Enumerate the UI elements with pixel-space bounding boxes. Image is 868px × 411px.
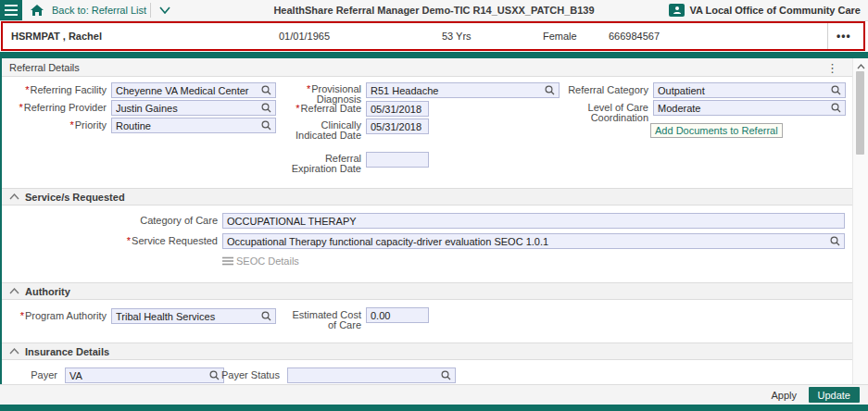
category-of-care-label: Category of Care: [120, 216, 218, 226]
app-window: Back to: Referral List HealthShare Refer…: [0, 0, 868, 411]
service-requested-label: *Service Requested: [111, 236, 218, 246]
patient-banner-divider: [827, 23, 828, 49]
estimated-cost-label: Estimated Cost of Care: [283, 310, 361, 330]
patient-dob: 01/01/1965: [279, 23, 330, 49]
patient-id: 666984567: [609, 23, 660, 49]
collapse-chevron-icon[interactable]: [9, 193, 19, 200]
search-icon[interactable]: [831, 85, 841, 95]
search-icon[interactable]: [261, 120, 271, 131]
footer-action-bar: Apply Update: [0, 384, 868, 405]
vertical-scrollbar[interactable]: [852, 58, 868, 384]
add-documents-tooltip: Add Documents to Referral: [650, 123, 783, 138]
teal-divider-strip: [0, 52, 868, 58]
office-label: VA Local Office of Community Care: [689, 5, 861, 16]
search-icon[interactable]: [261, 85, 271, 95]
patient-more-button[interactable]: •••: [837, 23, 851, 49]
scrollbar-thumb[interactable]: [856, 71, 864, 155]
referring-provider-label: *Referring Provider: [9, 103, 107, 113]
referral-expiration-date-field[interactable]: [366, 152, 429, 168]
program-authority-label: *Program Authority: [9, 311, 107, 321]
estimated-cost-field[interactable]: 0.00: [366, 307, 429, 323]
referral-category-label: Referral Category: [556, 85, 648, 95]
seoc-details-label: SEOC Details: [236, 255, 299, 267]
section-services-requested[interactable]: Service/s Requested: [2, 188, 853, 206]
payer-status-field[interactable]: [287, 367, 456, 383]
back-list-dropdown-button[interactable]: [155, 2, 175, 19]
referral-details-title: Referral Details: [9, 62, 80, 73]
user-office-icon: [669, 4, 685, 17]
kebab-menu-icon[interactable]: ⋮: [826, 58, 838, 77]
level-of-care-label: Level of Care Coordination: [556, 103, 648, 123]
program-authority-field[interactable]: Tribal Health Services: [111, 308, 276, 324]
office-selector[interactable]: VA Local Office of Community Care: [669, 0, 861, 20]
back-link-label: Back to: Referral List: [52, 5, 146, 16]
back-to-referral-list-link[interactable]: Back to: Referral List: [52, 0, 146, 20]
seoc-details-button[interactable]: SEOC Details: [222, 255, 299, 267]
search-icon[interactable]: [261, 103, 271, 113]
referral-expiration-date-label: Referral Expiration Date: [278, 154, 361, 174]
collapse-chevron-icon[interactable]: [9, 348, 19, 355]
list-icon: [222, 256, 233, 266]
search-icon[interactable]: [830, 236, 840, 246]
apply-button[interactable]: Apply: [771, 385, 797, 405]
payer-label: Payer: [9, 370, 57, 380]
service-requested-field[interactable]: Occupational Therapy functional capacity…: [222, 233, 845, 249]
clinically-indicated-date-label: Clinically Indicated Date: [278, 120, 361, 141]
bottom-teal-strip: [0, 405, 868, 411]
priority-label: *Priority: [9, 120, 107, 131]
provisional-diagnosis-field[interactable]: R51 Headache: [366, 82, 560, 98]
patient-age: 53 Yrs: [442, 23, 472, 49]
search-icon[interactable]: [261, 311, 271, 321]
update-button[interactable]: Update: [809, 387, 860, 403]
chevron-down-icon: [159, 6, 170, 14]
clinically-indicated-date-field[interactable]: 05/31/2018: [366, 118, 429, 134]
patient-gender: Female: [543, 23, 577, 49]
search-icon[interactable]: [831, 103, 841, 113]
scroll-up-icon: [857, 64, 865, 69]
provisional-diagnosis-label: *Provisional Diagnosis: [278, 84, 361, 105]
payer-status-label: Payer Status: [218, 370, 280, 380]
referral-date-label: *Referral Date: [278, 104, 361, 114]
patient-banner: HSRMPAT , Rachel 01/01/1965 53 Yrs Femal…: [1, 21, 865, 51]
collapse-chevron-icon[interactable]: [9, 288, 19, 294]
referral-details-header: Referral Details ⋮: [2, 58, 853, 77]
category-of-care-field[interactable]: OCCUPATIONAL THERAPY: [222, 213, 845, 229]
referral-date-field[interactable]: 05/31/2018: [366, 101, 429, 117]
referral-category-field[interactable]: Outpatient: [653, 82, 846, 98]
referring-facility-field[interactable]: Cheyenne VA Medical Center: [111, 82, 276, 98]
priority-field[interactable]: Routine: [111, 118, 276, 133]
home-button[interactable]: [28, 2, 46, 19]
patient-name: HSRMPAT , Rachel: [11, 23, 102, 49]
topbar-divider: [150, 3, 151, 18]
hamburger-menu-button[interactable]: [0, 0, 22, 20]
home-icon: [30, 4, 44, 17]
search-icon[interactable]: [441, 370, 451, 380]
top-bar: Back to: Referral List HealthShare Refer…: [0, 0, 868, 21]
payer-field[interactable]: VA: [65, 367, 224, 383]
referring-facility-label: *Referring Facility: [9, 85, 107, 95]
section-authority[interactable]: Authority: [2, 282, 853, 300]
referring-provider-field[interactable]: Justin Gaines: [111, 100, 276, 116]
search-icon[interactable]: [545, 85, 555, 95]
level-of-care-field[interactable]: Moderate: [653, 100, 846, 116]
section-insurance-details[interactable]: Insurance Details: [2, 342, 853, 360]
